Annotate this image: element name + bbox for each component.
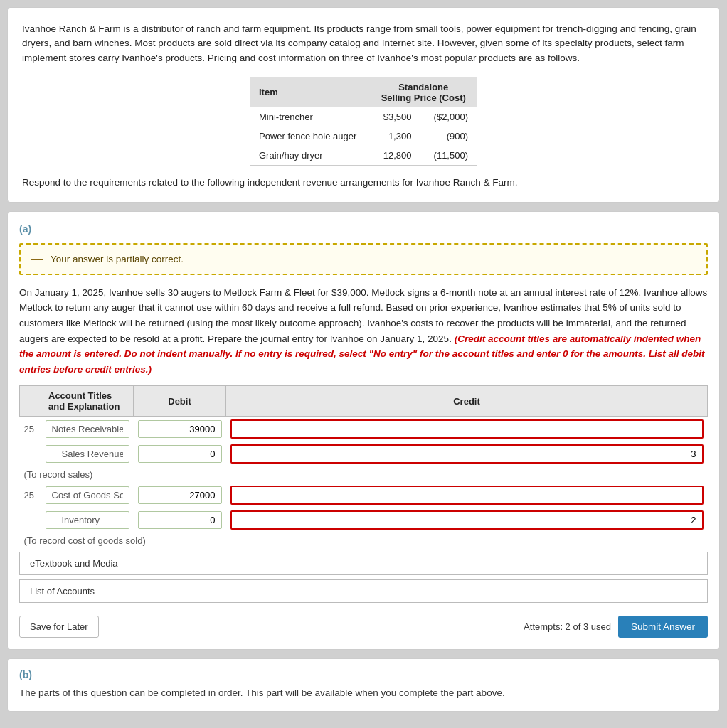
journal-entry-table: Account Titles and Explanation Debit Cre… xyxy=(19,385,708,549)
account-input-inventory[interactable] xyxy=(46,511,129,529)
account-input-sales-revenue[interactable] xyxy=(46,445,129,463)
account-cell-sales-revenue[interactable] xyxy=(41,441,134,466)
debit-cell-sales-revenue[interactable] xyxy=(134,441,226,466)
credit-input-cogs[interactable] xyxy=(230,486,704,505)
account-cell-cogs[interactable] xyxy=(41,483,134,508)
product-cost: (11,500) xyxy=(420,146,477,166)
submit-group: Attempts: 2 of 3 used Submit Answer xyxy=(524,616,708,638)
product-price: 12,800 xyxy=(370,146,420,166)
account-input-notes-receivable[interactable] xyxy=(46,420,129,438)
respond-text: Respond to the requirements related to t… xyxy=(22,177,705,188)
debit-cell-cogs[interactable] xyxy=(134,483,226,508)
date-cell-empty-1 xyxy=(20,441,41,466)
to-record-cogs-text: (To record cost of goods sold) xyxy=(20,532,708,549)
product-row: Power fence hole auger 1,300 (900) xyxy=(250,127,477,146)
intro-card: Ivanhoe Ranch & Farm is a distributor of… xyxy=(7,7,720,203)
product-row: Grain/hay dryer 12,800 (11,500) xyxy=(250,146,477,166)
banner-message: Your answer is partially correct. xyxy=(51,254,184,264)
account-col-header: Account Titles and Explanation xyxy=(41,386,134,417)
debit-col-header: Debit xyxy=(134,386,226,417)
date-cell-1: 25 xyxy=(20,417,41,442)
account-input-cogs[interactable] xyxy=(46,486,129,504)
section-a-label: (a) xyxy=(19,223,708,235)
section-b-preview-text: The parts of this question can be comple… xyxy=(19,686,708,700)
debit-input-sales-revenue[interactable] xyxy=(138,445,222,463)
account-cell-inventory[interactable] xyxy=(41,508,134,532)
col2-header: Standalone Selling Price (Cost) xyxy=(370,77,477,107)
to-record-sales-text: (To record sales) xyxy=(20,466,708,483)
to-record-cogs-row: (To record cost of goods sold) xyxy=(20,532,708,549)
product-item: Grain/hay dryer xyxy=(250,146,371,166)
credit-cell-cogs[interactable] xyxy=(226,483,708,508)
to-record-sales-row: (To record sales) xyxy=(20,466,708,483)
credit-cell-notes-receivable[interactable] xyxy=(226,417,708,442)
credit-col-header: Credit xyxy=(226,386,708,417)
debit-input-cogs[interactable] xyxy=(138,486,222,504)
col1-header: Item xyxy=(250,77,371,107)
intro-paragraph: Ivanhoe Ranch & Farm is a distributor of… xyxy=(22,22,705,65)
product-cost: (900) xyxy=(420,127,477,146)
etextbook-button[interactable]: eTextbook and Media xyxy=(19,552,708,575)
credit-input-inventory[interactable] xyxy=(230,510,704,530)
debit-input-inventory[interactable] xyxy=(138,511,222,529)
date-cell-empty-2 xyxy=(20,508,41,532)
date-cell-2: 25 xyxy=(20,483,41,508)
partial-correct-banner: — Your answer is partially correct. xyxy=(19,243,708,275)
credit-input-notes-receivable[interactable] xyxy=(230,419,704,439)
account-cell-notes-receivable[interactable] xyxy=(41,417,134,442)
product-item: Power fence hole auger xyxy=(250,127,371,146)
table-row: 25 xyxy=(20,483,708,508)
section-a-card: (a) — Your answer is partially correct. … xyxy=(7,211,720,651)
debit-input-notes-receivable[interactable] xyxy=(138,420,222,438)
list-accounts-button[interactable]: List of Accounts xyxy=(19,579,708,603)
product-item: Mini-trencher xyxy=(250,107,371,127)
date-col-header xyxy=(20,386,41,417)
product-cost: ($2,000) xyxy=(420,107,477,127)
attempts-text: Attempts: 2 of 3 used xyxy=(524,621,611,632)
bottom-action-bar: Save for Later Attempts: 2 of 3 used Sub… xyxy=(19,616,708,638)
submit-answer-button[interactable]: Submit Answer xyxy=(618,616,708,638)
save-for-later-button[interactable]: Save for Later xyxy=(19,616,99,638)
credit-input-sales-revenue[interactable] xyxy=(230,444,704,464)
product-row: Mini-trencher $3,500 ($2,000) xyxy=(250,107,477,127)
product-price: 1,300 xyxy=(370,127,420,146)
table-row xyxy=(20,508,708,532)
problem-description: On January 1, 2025, Ivanhoe sells 30 aug… xyxy=(19,285,708,378)
table-row: 25 xyxy=(20,417,708,442)
debit-cell-inventory[interactable] xyxy=(134,508,226,532)
credit-cell-sales-revenue[interactable] xyxy=(226,441,708,466)
minus-icon: — xyxy=(31,252,43,267)
section-b-label: (b) xyxy=(19,669,708,680)
credit-cell-inventory[interactable] xyxy=(226,508,708,532)
section-b-card: (b) The parts of this question can be co… xyxy=(7,658,720,711)
product-price: $3,500 xyxy=(370,107,420,127)
table-row xyxy=(20,441,708,466)
debit-cell-notes-receivable[interactable] xyxy=(134,417,226,442)
product-table: Item Standalone Selling Price (Cost) Min… xyxy=(250,77,477,166)
